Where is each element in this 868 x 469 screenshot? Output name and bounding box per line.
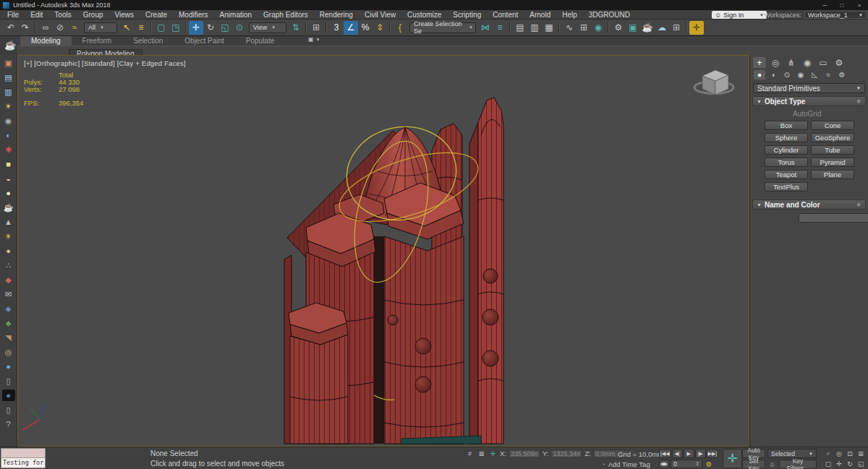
bind-to-space-warp-icon[interactable]: ≈ <box>67 21 82 35</box>
go-to-start-button[interactable]: |◀◀ <box>659 449 671 458</box>
y-coordinate-field[interactable] <box>550 449 582 458</box>
pan-tool[interactable]: ✛ <box>834 459 844 468</box>
box-create-icon[interactable]: ■ <box>2 158 15 170</box>
light-lister-icon[interactable]: ☀ <box>2 100 15 112</box>
scene-explorer-rail-icon[interactable]: ▤ <box>2 72 15 83</box>
viewport[interactable]: [+] [Orthographic] [Standard] [Clay + Ed… <box>17 55 749 447</box>
bird-icon[interactable]: ◥ <box>2 332 15 343</box>
select-and-place-icon[interactable]: ⊙ <box>232 21 247 35</box>
name-color-header[interactable]: ▼ Name and Color ∗ <box>752 199 866 210</box>
select-object-icon[interactable]: ↖ <box>119 21 134 35</box>
workspace-dropdown[interactable]: Workspace_1 ▼ <box>804 11 867 19</box>
clipboard-icon[interactable]: ▯ <box>2 375 15 387</box>
redo-icon[interactable]: ↷ <box>18 21 33 35</box>
zoom-all-tool[interactable]: ◎ <box>834 449 844 458</box>
pin-icon[interactable]: ∗ <box>856 201 861 208</box>
menu-item[interactable]: Content <box>487 11 524 19</box>
menu-item[interactable]: Group <box>77 11 109 19</box>
helpers-category[interactable]: ◺ <box>809 70 820 79</box>
display-tab[interactable]: ▭ <box>817 57 830 68</box>
primitive-button[interactable]: Plane <box>811 170 854 179</box>
viewport-canvas[interactable] <box>18 56 749 446</box>
teapot-create-icon[interactable]: ☕ <box>2 202 15 213</box>
render-setup-icon[interactable]: ⚙ <box>611 21 626 35</box>
ribbon-toggle-icon[interactable]: ▦ <box>542 21 556 35</box>
render-preview-icon[interactable]: ▣ <box>2 57 15 69</box>
glossy-sphere-icon[interactable]: ● <box>2 361 15 372</box>
unlink-selection-icon[interactable]: ⊘ <box>53 21 67 35</box>
custom-script-button[interactable]: ✛ <box>689 21 704 35</box>
pin-icon[interactable]: ∗ <box>856 98 861 105</box>
geometry-category[interactable]: ● <box>754 70 765 79</box>
boolean-icon[interactable]: ◈ <box>2 303 15 314</box>
minimize-button[interactable]: ─ <box>816 0 833 10</box>
object-name-field[interactable] <box>799 213 868 223</box>
envelope-icon[interactable]: ✉ <box>2 288 15 300</box>
play-button[interactable]: ▶ <box>684 449 694 458</box>
named-selection-sets-dropdown[interactable]: Create Selection Se ▼ <box>409 22 476 33</box>
spinner-icon[interactable]: ⇕ <box>695 461 699 467</box>
view-cube[interactable] <box>694 70 733 95</box>
selection-filter-dropdown[interactable]: All ▼ <box>84 22 117 33</box>
ribbon-tab[interactable]: Modeling <box>20 36 72 46</box>
model-wireframe-tower[interactable] <box>284 98 503 444</box>
primitive-button[interactable]: Teapot <box>765 170 808 179</box>
current-frame-field[interactable]: 0 ⇕ <box>671 460 702 468</box>
primitive-button[interactable]: Sphere <box>765 133 808 142</box>
window-crossing-icon[interactable]: ◳ <box>169 21 183 35</box>
systems-category[interactable]: ⚙ <box>836 70 848 79</box>
cameras-category[interactable]: ◉ <box>795 70 807 79</box>
layer-explorer-toggle-icon[interactable]: ▥ <box>527 21 542 35</box>
cone-create-icon[interactable]: ▲ <box>2 216 15 228</box>
sun-light-icon[interactable]: ☀ <box>2 231 15 242</box>
selected-object-icon[interactable]: ● <box>2 390 15 401</box>
compound-objects-icon[interactable]: ◆ <box>2 274 15 285</box>
zoom-tool[interactable]: ⌕ <box>823 449 833 458</box>
menu-item[interactable]: Scripting <box>447 11 487 19</box>
time-configuration-icon[interactable]: ⚙ <box>704 460 714 468</box>
menu-item[interactable]: Create <box>140 11 173 19</box>
select-by-name-icon[interactable]: ≡ <box>134 21 148 35</box>
keyable-character-icon[interactable]: ☺ <box>767 460 777 469</box>
menu-item[interactable]: Views <box>109 11 140 19</box>
primitive-button[interactable]: Pyramid <box>811 158 854 167</box>
set-key-button[interactable]: Set Key <box>742 460 765 469</box>
render-in-cloud-icon[interactable]: ☁ <box>655 21 669 35</box>
menu-item[interactable]: File <box>1 11 25 19</box>
ribbon-tab[interactable]: Freeform <box>72 36 123 46</box>
motion-tab[interactable]: ◉ <box>801 57 814 68</box>
close-button[interactable]: × <box>851 0 868 10</box>
schematic-view-icon[interactable]: ⊞ <box>576 21 591 35</box>
viewport-label[interactable]: [+] [Orthographic] [Standard] [Clay + Ed… <box>24 59 186 67</box>
ribbon-tab[interactable]: Populate <box>235 36 285 46</box>
open-gallery-icon[interactable]: ⊞ <box>669 21 684 35</box>
shell-icon[interactable]: ◎ <box>2 346 15 358</box>
particles-icon[interactable]: ∴ <box>2 259 15 271</box>
menu-item[interactable]: 3DGROUND <box>583 11 636 19</box>
undo-icon[interactable]: ↶ <box>4 21 18 35</box>
zoom-extents-all-tool[interactable]: ⊞ <box>856 449 866 458</box>
set-keys-button[interactable]: ✛ <box>723 449 742 468</box>
menu-item[interactable]: Customize <box>401 11 447 19</box>
align-icon[interactable]: ≡ <box>493 21 507 35</box>
mini-listener-input[interactable]: Testing for <box>1 458 45 468</box>
ribbon-teapot-icon[interactable]: ☕ <box>3 38 17 52</box>
primitive-button[interactable]: Cylinder <box>765 145 808 155</box>
select-and-link-icon[interactable]: ∞ <box>38 21 53 35</box>
menu-item[interactable]: Edit <box>25 11 48 19</box>
create-tab[interactable]: + <box>753 57 766 68</box>
maxscript-mini-listener[interactable]: Testing for <box>1 448 46 468</box>
primitive-button[interactable]: Torus <box>765 158 808 167</box>
absolute-offset-icon[interactable]: ✛ <box>488 449 498 458</box>
select-and-manipulate-icon[interactable]: ⊞ <box>309 21 323 35</box>
modify-tab[interactable]: ◎ <box>769 57 782 68</box>
selection-lock-icon[interactable]: ⊠ <box>477 449 486 458</box>
space-warps-category[interactable]: ≈ <box>822 70 834 79</box>
dome-create-icon[interactable]: ◒ <box>2 173 15 184</box>
select-and-rotate-icon[interactable]: ↻ <box>203 21 218 35</box>
camera-lister-icon[interactable]: ◉ <box>2 115 15 126</box>
maximize-button[interactable]: □ <box>833 0 851 10</box>
previous-frame-button[interactable]: ◀| <box>672 449 683 458</box>
object-type-header[interactable]: ▼ Object Type ∗ <box>752 96 866 106</box>
shapes-category[interactable]: ◖ <box>767 70 779 79</box>
